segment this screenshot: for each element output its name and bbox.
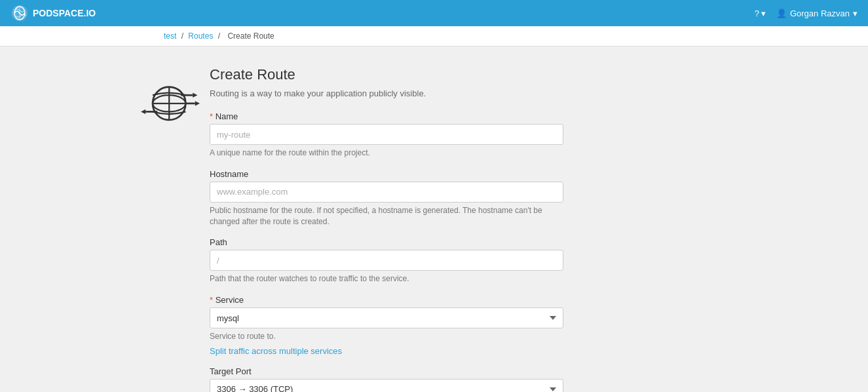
breadcrumb-current: Create Route [227,31,274,41]
header: PODSPACE.IO ? ▾ 👤 Gorgan Razvan ▾ [0,0,868,26]
name-label: Name [210,111,563,121]
hostname-field-group: Hostname Public hostname for the route. … [210,169,563,227]
path-field-group: Path Path that the router watches to rou… [210,237,563,284]
hostname-help: Public hostname for the route. If not sp… [210,205,563,227]
target-port-select[interactable]: 3306 → 3306 (TCP) [210,379,563,392]
create-route-form: Create Route Routing is a way to make yo… [210,66,563,392]
route-icon-area [131,66,210,392]
brand-logo: PODSPACE.IO [10,4,96,22]
breadcrumb: test / Routes / Create Route [0,26,868,47]
svg-marker-12 [195,101,200,106]
name-input[interactable] [210,124,563,145]
target-port-label: Target Port [210,366,563,376]
hostname-label: Hostname [210,169,563,179]
name-field-group: Name A unique name for the route within … [210,111,563,159]
user-chevron: ▾ [853,9,858,18]
service-select-wrapper: mysql [210,307,563,328]
svg-marker-10 [141,109,145,114]
name-help: A unique name for the route within the p… [210,147,563,159]
brand-name: PODSPACE.IO [33,8,96,18]
breadcrumb-sep-1: / [181,31,186,41]
path-label: Path [210,237,563,247]
breadcrumb-routes[interactable]: Routes [188,31,213,41]
split-traffic-link[interactable]: Split traffic across multiple services [210,346,342,356]
user-name: Gorgan Razvan [790,9,850,18]
service-field-group: Service mysql Service to route to. Split… [210,295,563,356]
svg-marker-8 [193,93,197,98]
target-port-field-group: Target Port 3306 → 3306 (TCP) Target por… [210,366,563,392]
header-actions: ? ▾ 👤 Gorgan Razvan ▾ [755,9,858,18]
user-icon: 👤 [776,9,787,18]
help-icon: ? [755,9,759,18]
page-title: Create Route [210,66,563,83]
service-select[interactable]: mysql [210,307,563,328]
help-button[interactable]: ? ▾ [755,9,766,18]
breadcrumb-sep-2: / [218,31,223,41]
hostname-input[interactable] [210,182,563,203]
globe-icon [141,73,200,132]
target-port-select-wrapper: 3306 → 3306 (TCP) [210,379,563,392]
page-description: Routing is a way to make your applicatio… [210,88,563,98]
breadcrumb-test[interactable]: test [164,31,176,41]
path-input[interactable] [210,250,563,271]
user-menu[interactable]: 👤 Gorgan Razvan ▾ [776,9,858,18]
service-help: Service to route to. [210,331,563,342]
logo-icon [10,4,29,22]
main-content: Create Route Routing is a way to make yo… [0,47,868,392]
path-help: Path that the router watches to route tr… [210,273,563,284]
help-chevron: ▾ [761,9,766,18]
service-label: Service [210,295,563,305]
